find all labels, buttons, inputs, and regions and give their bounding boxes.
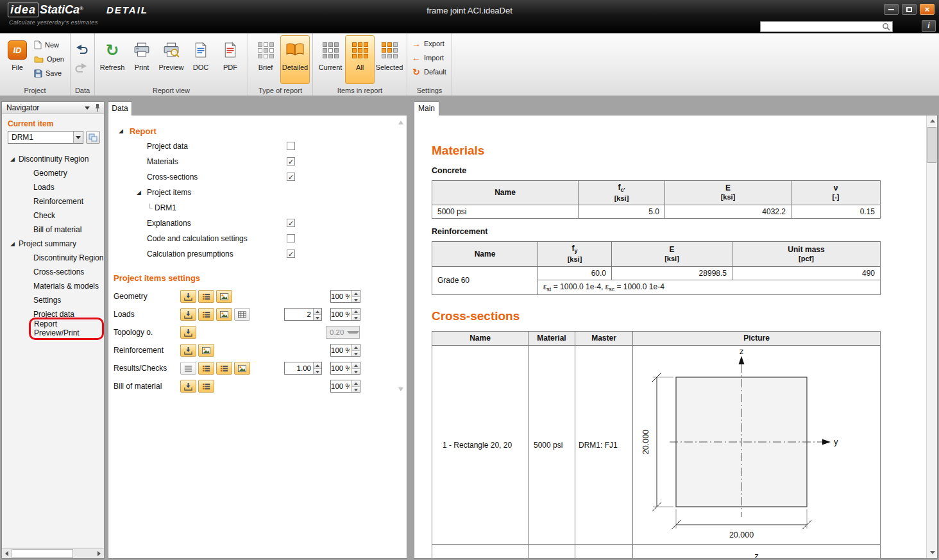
geometry-picture-insert-button[interactable] (180, 290, 196, 303)
navigator-hscrollbar[interactable] (2, 548, 104, 558)
results-scale-spinner[interactable] (330, 362, 360, 375)
scroll-left-button[interactable] (2, 549, 12, 558)
tab-main[interactable]: Main (414, 101, 439, 115)
preview-button[interactable]: Preview (156, 35, 186, 84)
results-count-spinner[interactable] (284, 362, 322, 375)
nav-item-loads[interactable]: Loads (2, 180, 104, 194)
checkbox-cross-sections[interactable] (287, 173, 295, 181)
scroll-down-button[interactable] (927, 547, 938, 558)
checkbox-materials[interactable] (287, 157, 295, 165)
spin-down-button[interactable] (352, 351, 360, 357)
topology-picture-insert-button[interactable] (180, 326, 196, 339)
bom-scale-input[interactable] (331, 380, 351, 392)
tree-node-project-items[interactable]: ◢ Project items (108, 185, 407, 200)
loads-scale-spinner[interactable] (330, 308, 360, 321)
tree-item-project-data[interactable]: Project data (108, 139, 407, 154)
expander-icon[interactable]: ◢ (10, 156, 15, 162)
spin-up-button[interactable] (352, 362, 360, 369)
tree-item-cross-sections[interactable]: Cross-sections (108, 169, 407, 185)
bom-scale-spinner[interactable] (330, 380, 360, 393)
open-button[interactable]: Open (32, 53, 66, 65)
brief-report-button[interactable]: Brief (251, 35, 280, 84)
undo-button[interactable] (73, 42, 90, 56)
checkbox-explanations[interactable] (287, 219, 295, 227)
detailed-report-button[interactable]: Detailed (280, 35, 310, 84)
loads-table-button[interactable] (198, 308, 214, 321)
checkbox-project-data[interactable] (287, 142, 295, 150)
nav-item-geometry[interactable]: Geometry (2, 166, 104, 180)
expander-icon[interactable]: ◢ (137, 189, 141, 196)
loads-grid-button[interactable] (234, 308, 250, 321)
results-lines-button[interactable] (180, 362, 196, 375)
results-table-2-button[interactable] (216, 362, 232, 375)
expander-icon[interactable]: ◢ (10, 241, 15, 247)
tree-item-code-settings[interactable]: Code and calculation settings (108, 231, 407, 246)
items-all-button[interactable]: All (345, 35, 375, 84)
import-settings-button[interactable]: ←Import (410, 52, 448, 64)
nav-node-project-summary[interactable]: ◢ Project summary (2, 237, 104, 251)
spin-down-button[interactable] (352, 369, 360, 375)
loads-picture-insert-button[interactable] (180, 308, 196, 321)
nav-item-materials-models[interactable]: Materials & models (2, 279, 104, 293)
spin-down-button[interactable] (314, 315, 321, 321)
search-input[interactable] (761, 22, 882, 31)
geometry-photo-button[interactable] (216, 290, 232, 303)
chevron-down-icon[interactable] (85, 106, 90, 110)
items-current-button[interactable]: Current (316, 35, 345, 84)
expander-icon[interactable]: ◢ (119, 128, 123, 134)
maximize-button[interactable] (902, 4, 917, 15)
geometry-scale-spinner[interactable] (330, 290, 360, 303)
nav-item-settings[interactable]: Settings (2, 293, 104, 307)
spin-down-button[interactable] (314, 369, 321, 375)
pdf-export-button[interactable]: PDF (216, 35, 245, 84)
tree-item-drm1[interactable]: └ DRM1 (108, 200, 407, 216)
bom-table-button[interactable] (198, 380, 214, 393)
tree-item-calc-presumptions[interactable]: Calculation presumptions (108, 246, 407, 262)
new-button[interactable]: New (32, 39, 66, 51)
geometry-scale-input[interactable] (331, 291, 351, 302)
info-button[interactable]: i (922, 20, 936, 32)
loads-photo-button[interactable] (216, 308, 232, 321)
minimize-button[interactable] (884, 4, 899, 15)
doc-export-button[interactable]: DOC (186, 35, 216, 84)
nav-item-check[interactable]: Check (2, 208, 104, 223)
scroll-right-button[interactable] (94, 549, 104, 558)
refresh-button[interactable]: ↻ Refresh (97, 35, 127, 84)
nav-item-reinforcement[interactable]: Reinforcement (2, 194, 104, 208)
spin-down-button[interactable] (352, 387, 360, 393)
checkbox-calc-presumptions[interactable] (287, 250, 295, 258)
spin-up-button[interactable] (352, 291, 360, 297)
combo-arrow[interactable] (73, 132, 83, 143)
file-button[interactable]: ID File (3, 35, 32, 84)
reinforcement-scale-spinner[interactable] (330, 344, 360, 357)
save-button[interactable]: Save (32, 67, 66, 79)
results-scale-input[interactable] (331, 362, 351, 374)
items-selected-button[interactable]: Selected (375, 35, 404, 84)
checkbox-code-settings[interactable] (287, 234, 295, 242)
nav-node-discontinuity-region[interactable]: ◢ Discontinuity Region (2, 152, 104, 166)
nav-item-report-preview-print[interactable]: Report Preview/Print (2, 321, 104, 335)
apply-item-button[interactable] (86, 131, 100, 144)
results-count-input[interactable] (285, 362, 313, 374)
tree-item-explanations[interactable]: Explanations (108, 216, 407, 231)
default-settings-button[interactable]: ↻Default (410, 66, 448, 78)
results-table-button[interactable] (198, 362, 214, 375)
geometry-table-button[interactable] (198, 290, 214, 303)
spin-up-button[interactable] (352, 380, 360, 387)
loads-count-input[interactable] (285, 309, 313, 320)
reinforcement-photo-button[interactable] (198, 344, 214, 357)
scroll-up-button[interactable] (927, 115, 938, 126)
spin-down-button[interactable] (352, 315, 360, 321)
report-vscrollbar[interactable] (926, 115, 937, 558)
current-item-select[interactable]: DRM1 (8, 131, 83, 144)
results-photo-button[interactable] (234, 362, 250, 375)
report-tree-root[interactable]: ◢ Report (108, 123, 407, 139)
spin-up-button[interactable] (352, 344, 360, 351)
scroll-down-indicator[interactable] (398, 387, 403, 391)
spin-up-button[interactable] (352, 309, 360, 315)
scrollbar-thumb[interactable] (12, 549, 73, 558)
tab-data[interactable]: Data (108, 101, 132, 115)
redo-button[interactable] (73, 60, 90, 74)
reinforcement-scale-input[interactable] (331, 344, 351, 356)
scrollbar-thumb[interactable] (927, 127, 936, 163)
